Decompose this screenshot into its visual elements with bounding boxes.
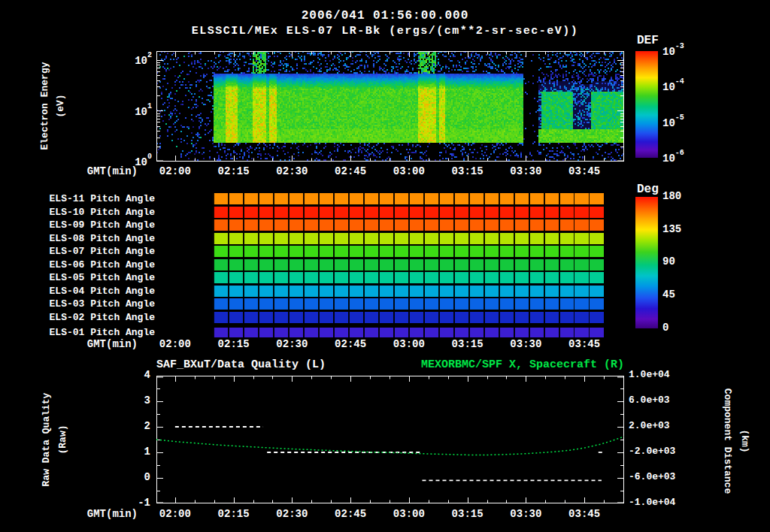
quality-tick: 3 [114, 394, 150, 407]
pitch-row-bar [213, 246, 604, 257]
quality-axis-units: (Raw) [57, 425, 68, 454]
distance-tick: -1.0e+04 [629, 497, 675, 508]
pitch-row-label: ELS-08 Pitch Angle [44, 233, 155, 244]
deg-colorbar [635, 197, 658, 328]
tick-exp: 2 [147, 51, 152, 59]
def-colorbar-tick: 10-6 [662, 151, 684, 165]
tick-exp: 0 [147, 153, 152, 161]
spectrogram-canvas [156, 51, 624, 162]
quality-tick: 4 [114, 369, 150, 381]
distance-axis-units: (km) [739, 429, 750, 452]
time-tick-label: 03:15 [452, 338, 484, 350]
time-tick-label: 02:00 [159, 338, 191, 350]
energy-axis-label: Electron Energy [39, 62, 50, 150]
distance-tick: -6.0e+03 [629, 471, 675, 482]
distance-tick: -2.0e+03 [629, 446, 675, 457]
def-colorbar-tick: 10-4 [662, 80, 684, 93]
distance-tick: 1.0e+04 [629, 369, 670, 380]
def-colorbar [635, 51, 658, 158]
time-tick-label: 02:30 [276, 338, 308, 350]
pitch-row-label: ELS-09 Pitch Angle [44, 219, 155, 231]
time-tick-label: 03:45 [568, 165, 600, 177]
deg-colorbar-tick: 0 [662, 322, 668, 334]
distance-tick: 6.0e+03 [629, 394, 670, 406]
pitch-row-label: ELS-10 Pitch Angle [44, 207, 155, 218]
tick-exp: -5 [675, 113, 684, 122]
pitch-row-label: ELS-04 Pitch Angle [44, 286, 155, 297]
quality-tick: -1 [114, 497, 150, 509]
bottom-title-right: MEXORBMC/SPF X, Spacecraft (R) [286, 358, 624, 371]
time-tick-label: 03:30 [510, 508, 541, 520]
time-tick-label: 02:45 [335, 165, 366, 177]
pitch-row-bar [213, 272, 604, 283]
els-quicklook-page: 2006/041 01:56:00.000 ELSSCIL/MEx ELS-07… [0, 0, 770, 532]
time-axis-pitch: 02:0002:1502:3002:4503:0003:1503:3003:45 [156, 338, 624, 350]
pitch-row-bar [213, 207, 604, 218]
deg-colorbar-title: Deg [637, 183, 659, 196]
deg-colorbar-tick: 45 [662, 289, 675, 301]
quality-tick: 1 [114, 446, 150, 458]
page-title: 2006/041 01:56:00.000 [0, 9, 770, 23]
time-tick-label: 03:45 [568, 338, 600, 350]
tick-base: 10 [662, 153, 675, 165]
tick-base: 10 [135, 55, 147, 67]
time-tick-label: 03:45 [568, 508, 600, 520]
pitch-row-label: ELS-05 Pitch Angle [44, 272, 155, 283]
time-tick-label: 02:15 [218, 338, 250, 350]
distance-tick: 2.0e+03 [629, 420, 670, 431]
time-axis-bottom: 02:0002:1502:3002:4503:0003:1503:3003:45 [156, 508, 624, 520]
energy-tick: 102 [113, 53, 152, 67]
pitch-row-bar [213, 286, 604, 297]
gmt-label-top: GMT(min) [72, 165, 138, 177]
pitch-row-bar [213, 298, 604, 310]
distance-axis-label: Component Distance [722, 388, 733, 494]
time-tick-label: 02:15 [218, 508, 250, 520]
pitch-row-bar [213, 233, 604, 244]
gmt-label-bottom: GMT(min) [72, 508, 138, 520]
pitch-row-bar [213, 328, 604, 338]
time-tick-label: 03:00 [393, 338, 425, 350]
energy-tick: 101 [113, 104, 152, 118]
pitch-row-label: ELS-03 Pitch Angle [44, 298, 155, 310]
deg-colorbar-tick: 135 [662, 223, 681, 235]
time-tick-label: 02:30 [276, 508, 308, 520]
time-tick-label: 03:30 [510, 165, 541, 177]
pitch-row-label: ELS-06 Pitch Angle [44, 259, 155, 271]
tick-base: 10 [135, 106, 147, 118]
pitch-row-label: ELS-02 Pitch Angle [44, 312, 155, 323]
pitch-row-bar [213, 312, 604, 323]
def-colorbar-tick: 10-3 [662, 44, 684, 58]
pitch-row-bar [213, 259, 604, 271]
deg-colorbar-tick: 180 [662, 190, 681, 202]
energy-axis-units: (eV) [55, 94, 66, 117]
time-tick-label: 02:45 [335, 508, 366, 520]
time-tick-label: 02:00 [159, 165, 191, 177]
gmt-label-mid: GMT(min) [72, 338, 138, 350]
deg-colorbar-tick: 90 [662, 255, 675, 268]
pitch-row-label: ELS-11 Pitch Angle [44, 193, 155, 204]
time-tick-label: 03:30 [510, 338, 541, 350]
time-tick-label: 02:45 [335, 338, 366, 350]
time-tick-label: 03:00 [393, 165, 425, 177]
time-axis-spectrogram: 02:0002:1502:3002:4503:0003:1503:3003:45 [156, 165, 624, 177]
pitch-row-label: ELS-01 Pitch Angle [44, 328, 155, 338]
def-colorbar-title: DEF [637, 34, 659, 47]
tick-exp: 1 [147, 102, 152, 110]
pitch-row-bar [213, 219, 604, 231]
def-colorbar-tick: 10-5 [662, 116, 684, 129]
tick-base: 10 [662, 46, 675, 58]
tick-exp: -6 [675, 149, 684, 157]
time-tick-label: 03:15 [452, 508, 484, 520]
pitch-row-bar [213, 193, 604, 204]
line-plot-canvas [156, 376, 624, 503]
tick-base: 10 [662, 117, 675, 129]
time-tick-label: 03:15 [452, 165, 484, 177]
time-tick-label: 02:30 [276, 165, 308, 177]
tick-exp: -3 [675, 42, 684, 50]
time-tick-label: 03:00 [393, 508, 425, 520]
quality-axis-label: Raw Data Quality [41, 393, 52, 487]
tick-base: 10 [662, 81, 675, 93]
pitch-row-label: ELS-07 Pitch Angle [44, 246, 155, 257]
time-tick-label: 02:00 [159, 508, 191, 520]
quality-tick: 0 [114, 471, 150, 483]
